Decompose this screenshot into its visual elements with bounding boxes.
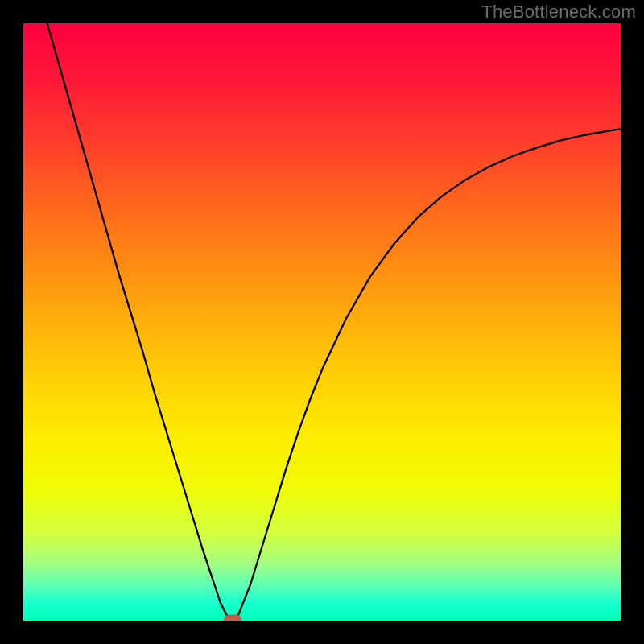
bottleneck-curve — [47, 23, 621, 620]
chart-frame: TheBottleneck.com — [0, 0, 644, 644]
plot-area — [23, 23, 621, 621]
watermark-text: TheBottleneck.com — [481, 2, 636, 23]
minimum-marker — [224, 614, 242, 621]
curve-layer — [23, 23, 621, 621]
